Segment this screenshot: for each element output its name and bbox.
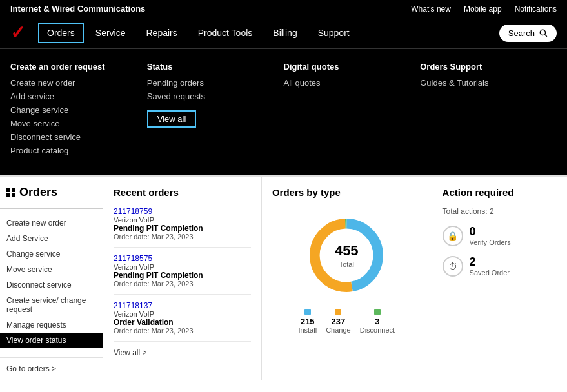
menu-item-saved-requests[interactable]: Saved requests: [147, 92, 271, 101]
order-id-0[interactable]: 211718759: [114, 207, 251, 216]
nav-bar: ✓ Orders Service Repairs Product Tools B…: [0, 17, 567, 49]
recent-orders-title: Recent orders: [114, 187, 251, 198]
menu-item-change-service[interactable]: Change service: [10, 105, 134, 115]
legend-disconnect: 3 Disconnect: [360, 309, 395, 334]
donut-total-label: Total: [339, 260, 354, 268]
nav-item-orders[interactable]: Orders: [38, 23, 84, 43]
search-label: Search: [508, 28, 535, 38]
order-item-2: 211718137 Verizon VoIP Order Validation …: [114, 301, 251, 342]
menu-col-status: Status Pending orders Saved requests Vie…: [147, 62, 284, 159]
legend-disconnect-dot: [374, 309, 381, 315]
legend-change-value: 237: [332, 317, 346, 326]
view-all-button[interactable]: View all: [147, 110, 197, 128]
nav-item-service[interactable]: Service: [86, 23, 135, 43]
menu-item-move-service[interactable]: Move service: [10, 119, 134, 128]
nav-item-repairs[interactable]: Repairs: [137, 23, 186, 43]
action-required-subtitle: Total actions: 2: [443, 207, 557, 216]
action-required-title: Action required: [443, 187, 557, 198]
orders-by-type-panel: Orders by type 455 Total: [262, 177, 432, 380]
order-type-1: Verizon VoIP: [114, 263, 251, 271]
top-bar-title: Internet & Wired Communications: [10, 4, 145, 14]
verify-count: 0: [470, 225, 511, 239]
verify-label: Verify Orders: [470, 239, 511, 246]
menu-item-add-service[interactable]: Add service: [10, 92, 134, 101]
grid-icon: [6, 188, 15, 197]
verify-orders-icon: 🔒: [443, 226, 463, 246]
menu-item-disconnect-service[interactable]: Disconnect service: [10, 132, 134, 142]
search-icon: [539, 28, 548, 37]
top-bar: Internet & Wired Communications What's n…: [0, 0, 567, 17]
mobile-app-link[interactable]: Mobile app: [464, 5, 502, 14]
nav-items: Orders Service Repairs Product Tools Bil…: [38, 23, 499, 43]
menu-col-quotes-title: Digital quotes: [284, 62, 408, 72]
order-type-0: Verizon VoIP: [114, 216, 251, 224]
donut-center: 455 Total: [335, 242, 359, 269]
order-status-2: Order Validation: [114, 318, 251, 327]
sidebar-item-create-new-order[interactable]: Create new order: [0, 215, 103, 231]
sidebar-header: Orders: [0, 186, 103, 209]
order-date-0: Order date: Mar 23, 2023: [114, 233, 251, 240]
menu-col-create-title: Create an order request: [10, 62, 134, 72]
menu-col-create-order: Create an order request Create new order…: [10, 62, 147, 159]
nav-item-support[interactable]: Support: [309, 23, 359, 43]
legend-install-label: Install: [298, 326, 317, 334]
action-saved-info: 2 Saved Order: [470, 255, 510, 277]
sidebar-footer: Go to orders >: [0, 357, 103, 380]
order-date-2: Order date: Mar 23, 2023: [114, 327, 251, 335]
recent-orders-panel: Recent orders 211718759 Verizon VoIP Pen…: [103, 177, 262, 380]
menu-col-support: Orders Support Guides & Tutorials: [420, 62, 557, 159]
sidebar-item-create-service-change[interactable]: Create service/ change request: [0, 293, 103, 317]
mega-menu: Create an order request Create new order…: [0, 49, 567, 175]
sidebar-item-disconnect-service[interactable]: Disconnect service: [0, 277, 103, 293]
whats-new-link[interactable]: What's new: [411, 5, 451, 14]
order-item-1: 211718575 Verizon VoIP Pending PIT Compl…: [114, 254, 251, 295]
legend-install-value: 215: [301, 317, 315, 326]
action-item-verify: 🔒 0 Verify Orders: [443, 225, 557, 246]
action-required-panel: Action required Total actions: 2 🔒 0 Ver…: [432, 177, 567, 380]
order-date-1: Order date: Mar 23, 2023: [114, 280, 251, 288]
donut-chart: 455 Total: [272, 213, 421, 297]
recent-orders-view-all[interactable]: View all >: [114, 348, 251, 357]
menu-item-create-new-order[interactable]: Create new order: [10, 78, 134, 88]
nav-item-product-tools[interactable]: Product Tools: [189, 23, 262, 43]
order-item-0: 211718759 Verizon VoIP Pending PIT Compl…: [114, 207, 251, 248]
nav-item-billing[interactable]: Billing: [264, 23, 306, 43]
menu-col-status-title: Status: [147, 62, 271, 72]
legend-change: 237 Change: [326, 309, 351, 334]
menu-col-digital-quotes: Digital quotes All quotes: [284, 62, 421, 159]
legend-change-label: Change: [326, 326, 351, 334]
top-bar-links: What's new Mobile app Notifications: [411, 5, 557, 14]
menu-col-support-title: Orders Support: [420, 62, 544, 72]
legend-install: 215 Install: [298, 309, 317, 334]
saved-count: 2: [470, 255, 510, 269]
main-content: Orders Create new order Add Service Chan…: [0, 175, 567, 380]
dashboard: Recent orders 211718759 Verizon VoIP Pen…: [103, 177, 567, 380]
order-id-2[interactable]: 211718137: [114, 301, 251, 310]
order-id-1[interactable]: 211718575: [114, 254, 251, 263]
orders-legend: 215 Install 237 Change 3 Disconnect: [272, 309, 421, 334]
order-type-2: Verizon VoIP: [114, 310, 251, 318]
donut-total: 455: [335, 242, 359, 259]
legend-install-dot: [304, 309, 311, 315]
sidebar-item-change-service[interactable]: Change service: [0, 246, 103, 262]
menu-item-guides-tutorials[interactable]: Guides & Tutorials: [420, 78, 544, 88]
verizon-logo: ✓: [10, 24, 25, 42]
svg-point-0: [540, 30, 545, 35]
sidebar: Orders Create new order Add Service Chan…: [0, 177, 103, 380]
saved-order-icon: ⏱: [443, 256, 463, 277]
svg-line-1: [545, 35, 547, 37]
menu-item-product-catalog[interactable]: Product catalog: [10, 146, 134, 155]
action-verify-info: 0 Verify Orders: [470, 225, 511, 246]
sidebar-title: Orders: [19, 186, 57, 199]
notifications-link[interactable]: Notifications: [515, 5, 557, 14]
orders-by-type-title: Orders by type: [272, 187, 421, 198]
sidebar-item-move-service[interactable]: Move service: [0, 262, 103, 277]
menu-item-pending-orders[interactable]: Pending orders: [147, 78, 271, 88]
sidebar-item-view-order-status[interactable]: View order status: [0, 333, 103, 348]
go-to-orders-link[interactable]: Go to orders >: [6, 364, 96, 373]
menu-item-all-quotes[interactable]: All quotes: [284, 78, 408, 88]
saved-label: Saved Order: [470, 269, 510, 277]
search-button[interactable]: Search: [499, 24, 557, 42]
sidebar-item-add-service[interactable]: Add Service: [0, 231, 103, 246]
sidebar-item-manage-requests[interactable]: Manage requests: [0, 317, 103, 333]
